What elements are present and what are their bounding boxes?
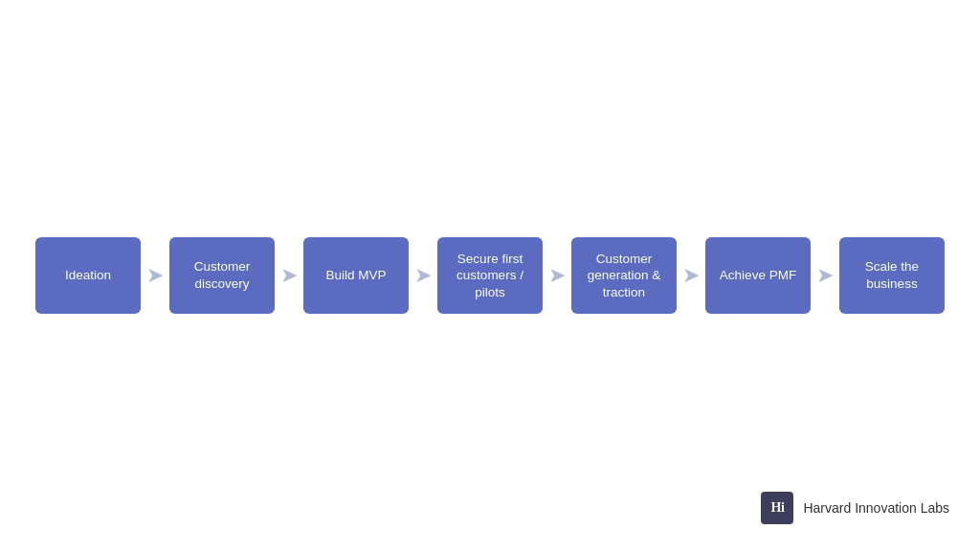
step-customer-generation: Customer generation & traction bbox=[571, 237, 677, 314]
flow-container: Ideation➤Customer discovery➤Build MVP➤Se… bbox=[7, 237, 973, 314]
arrow-0: ➤ bbox=[146, 263, 164, 288]
arrow-1: ➤ bbox=[280, 263, 298, 288]
step-achieve-pmf: Achieve PMF bbox=[705, 237, 811, 314]
step-scale-business: Scale the business bbox=[839, 237, 945, 314]
brand-name: Harvard Innovation Labs bbox=[803, 500, 949, 516]
step-secure-first-customers: Secure first customers / pilots bbox=[437, 237, 543, 314]
step-ideation: Ideation bbox=[35, 237, 141, 314]
step-customer-discovery: Customer discovery bbox=[169, 237, 275, 314]
arrow-3: ➤ bbox=[548, 263, 566, 288]
arrow-5: ➤ bbox=[816, 263, 834, 288]
main-content: Ideation➤Customer discovery➤Build MVP➤Se… bbox=[0, 0, 980, 551]
branding: Hi Harvard Innovation Labs bbox=[761, 492, 949, 524]
badge-text: Hi bbox=[771, 500, 785, 516]
arrow-4: ➤ bbox=[682, 263, 700, 288]
step-build-mvp: Build MVP bbox=[303, 237, 409, 314]
hi-badge: Hi bbox=[761, 492, 793, 524]
arrow-2: ➤ bbox=[414, 263, 432, 288]
